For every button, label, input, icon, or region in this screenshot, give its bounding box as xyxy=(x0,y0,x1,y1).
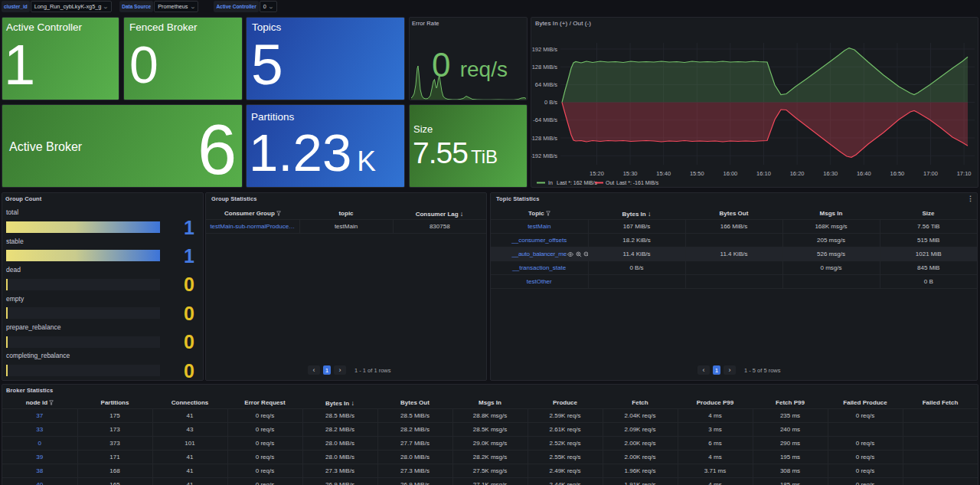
svg-text:-64 MiB/s: -64 MiB/s xyxy=(533,116,557,123)
svg-text:16:00: 16:00 xyxy=(724,170,738,177)
svg-text:Out: Out xyxy=(606,180,614,185)
svg-text:17:10: 17:10 xyxy=(957,170,972,177)
svg-text:0 B/s: 0 B/s xyxy=(544,99,557,106)
svg-text:15:50: 15:50 xyxy=(690,170,704,177)
svg-text:15:30: 15:30 xyxy=(623,170,638,177)
svg-text:17:00: 17:00 xyxy=(923,170,938,177)
svg-text:16:50: 16:50 xyxy=(890,170,905,177)
svg-text:16:20: 16:20 xyxy=(790,170,805,177)
svg-text:192 MiB/s: 192 MiB/s xyxy=(532,46,558,53)
svg-text:64 MiB/s: 64 MiB/s xyxy=(535,81,557,88)
svg-text:-192 MiB/s: -192 MiB/s xyxy=(531,152,557,159)
svg-text:128 MiB/s: 128 MiB/s xyxy=(532,64,558,70)
svg-text:16:40: 16:40 xyxy=(857,170,871,177)
svg-text:-128 MiB/s: -128 MiB/s xyxy=(531,135,557,142)
svg-text:16:10: 16:10 xyxy=(756,170,771,177)
svg-text:16:30: 16:30 xyxy=(823,170,838,177)
svg-text:In: In xyxy=(548,180,553,185)
svg-text:Last *: -161 MiB/s: Last *: -161 MiB/s xyxy=(616,180,659,185)
svg-text:Last *: 162 MiB/s: Last *: 162 MiB/s xyxy=(557,180,597,185)
svg-text:15:20: 15:20 xyxy=(590,170,604,177)
svg-text:15:40: 15:40 xyxy=(656,170,671,177)
